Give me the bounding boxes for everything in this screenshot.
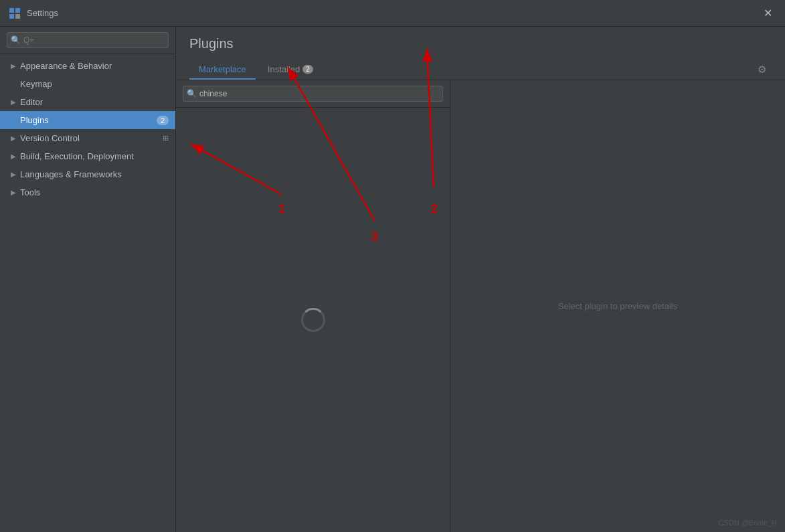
tab-marketplace[interactable]: Marketplace [189, 60, 256, 80]
sidebar-item-plugins[interactable]: Plugins 2 [0, 111, 175, 129]
app-icon [8, 7, 21, 20]
plugin-details-panel: Select plugin to preview details [450, 80, 785, 532]
settings-window: Settings ✕ 🔍 ▶ Appearance & Behavior Key [0, 0, 785, 532]
sidebar-item-keymap[interactable]: Keymap [0, 75, 175, 93]
arrow-icon: ▶ [11, 189, 16, 196]
installed-badge: 2 [302, 65, 313, 74]
sidebar-search-wrapper: 🔍 [7, 32, 169, 48]
plugin-search-input[interactable] [183, 86, 443, 102]
svg-rect-2 [9, 14, 14, 19]
window-title: Settings [27, 8, 758, 18]
sidebar-item-label: Languages & Frameworks [20, 169, 169, 179]
sidebar-item-label: Tools [20, 187, 169, 197]
sidebar-item-editor[interactable]: ▶ Editor [0, 93, 175, 111]
sidebar-item-languages[interactable]: ▶ Languages & Frameworks [0, 165, 175, 183]
arrow-icon: ▶ [11, 62, 16, 70]
svg-rect-1 [15, 8, 20, 13]
plugin-search-bar: 🔍 [176, 80, 450, 108]
sidebar-item-label: Editor [20, 97, 169, 107]
sidebar-item-version-control[interactable]: ▶ Version Control ⊞ [0, 129, 175, 147]
plugin-search-wrapper: 🔍 [183, 86, 443, 102]
page-title: Plugins [189, 36, 772, 52]
sidebar-search-input[interactable] [7, 32, 169, 48]
sidebar: 🔍 ▶ Appearance & Behavior Keymap ▶ Edito… [0, 27, 176, 532]
arrow-icon: ▶ [11, 98, 16, 106]
tab-installed[interactable]: Installed 2 [258, 60, 323, 80]
arrow-icon: ▶ [11, 171, 16, 178]
plugin-details-placeholder: Select plugin to preview details [558, 301, 678, 311]
sidebar-items-list: ▶ Appearance & Behavior Keymap ▶ Editor … [0, 54, 175, 532]
version-control-icon: ⊞ [163, 134, 169, 143]
content-area: 🔍 ▶ Appearance & Behavior Keymap ▶ Edito… [0, 27, 785, 532]
gear-button[interactable]: ⚙ [752, 60, 772, 80]
tab-installed-wrapper: Installed 2 [268, 64, 313, 74]
svg-rect-3 [15, 14, 20, 19]
plugin-search-icon: 🔍 [187, 89, 197, 98]
plugin-list-content [176, 108, 450, 532]
close-button[interactable]: ✕ [758, 4, 777, 23]
arrow-icon: ▶ [11, 135, 16, 142]
tabs: Marketplace Installed 2 [189, 60, 323, 79]
sidebar-item-label: Keymap [20, 79, 169, 89]
arrow-icon: ▶ [11, 153, 16, 160]
sidebar-item-label: Plugins [20, 115, 157, 125]
plugins-badge: 2 [157, 116, 169, 125]
main-header: Plugins Marketplace Installed 2 [176, 27, 785, 80]
main-area: Plugins Marketplace Installed 2 [176, 27, 785, 532]
plugin-area: 🔍 Select plugin to preview details [176, 80, 785, 532]
sidebar-item-label: Build, Execution, Deployment [20, 151, 169, 161]
tabs-row: Marketplace Installed 2 ⚙ [189, 60, 772, 80]
sidebar-item-appearance[interactable]: ▶ Appearance & Behavior [0, 57, 175, 75]
tab-installed-label: Installed [268, 64, 300, 74]
plugin-list-panel: 🔍 [176, 80, 450, 532]
sidebar-search-icon: 🔍 [11, 35, 21, 45]
footer-attribution: CSDN @Boale_H [718, 519, 777, 527]
loading-spinner [301, 308, 325, 332]
svg-rect-0 [9, 8, 14, 13]
sidebar-item-label: Appearance & Behavior [20, 61, 169, 71]
sidebar-search-area: 🔍 [0, 27, 175, 54]
tab-marketplace-label: Marketplace [199, 64, 246, 74]
sidebar-item-build[interactable]: ▶ Build, Execution, Deployment [0, 147, 175, 165]
title-bar: Settings ✕ [0, 0, 785, 27]
sidebar-item-label: Version Control [20, 133, 160, 143]
sidebar-item-tools[interactable]: ▶ Tools [0, 183, 175, 201]
